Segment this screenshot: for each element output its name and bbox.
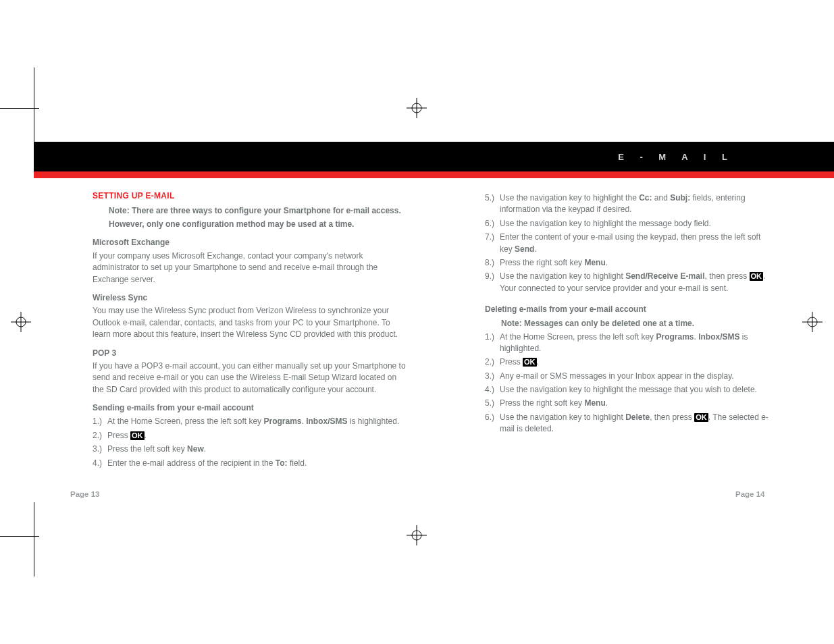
step-number: 5.): [485, 192, 500, 216]
note-text: Note: Messages can only be deleted one a…: [501, 317, 775, 329]
step-text: At the Home Screen, press the left soft …: [500, 331, 775, 355]
register-mark-icon: [407, 98, 427, 118]
register-mark-icon: [802, 312, 823, 332]
step-text: At the Home Screen, press the left soft …: [107, 416, 409, 427]
subheading: Deleting e-mails from your e-mail accoun…: [485, 304, 775, 315]
step-text: Enter the e-mail address of the recipien…: [107, 458, 409, 469]
ok-key-icon: OK: [523, 358, 537, 367]
step-number: 9.): [485, 271, 500, 294]
ok-key-icon: OK: [130, 431, 145, 440]
step-number: 7.): [485, 232, 500, 255]
step-item: 8.) Press the right soft key Menu.: [485, 257, 775, 269]
paragraph: You may use the Wireless Sync product fr…: [93, 305, 409, 340]
paragraph: If you have a POP3 e-mail account, you c…: [93, 360, 409, 396]
step-number: 2.): [485, 356, 500, 368]
step-text: Press OK.: [500, 356, 775, 368]
step-item: 4.) Enter the e-mail address of the reci…: [93, 458, 409, 469]
step-text: Use the navigation key to highlight the …: [500, 384, 775, 396]
step-text: Press the right soft key Menu.: [500, 257, 775, 269]
crop-mark: [34, 502, 34, 576]
subheading: POP 3: [93, 348, 409, 359]
right-column: 5.) Use the navigation key to highlight …: [485, 190, 775, 437]
step-item: 1.) At the Home Screen, press the left s…: [93, 416, 409, 427]
step-item: 2.) Press OK.: [485, 356, 775, 368]
step-number: 2.): [93, 430, 107, 441]
subheading: Microsoft Exchange: [93, 237, 409, 248]
step-item: 1.) At the Home Screen, press the left s…: [485, 331, 775, 355]
page-number-left: Page 13: [70, 490, 99, 498]
step-text: Press the right soft key Menu.: [500, 398, 775, 409]
step-number: 8.): [485, 257, 500, 269]
step-number: 3.): [485, 371, 500, 382]
step-item: 3.) Any e-mail or SMS messages in your I…: [485, 371, 775, 382]
note-text: Note: There are three ways to configure …: [109, 205, 409, 217]
crop-mark: [0, 536, 39, 537]
step-number: 6.): [485, 412, 500, 435]
step-item: 2.) Press OK.: [93, 430, 409, 441]
step-text: Enter the content of your e-mail using t…: [500, 232, 775, 255]
ok-key-icon: OK: [694, 413, 708, 422]
step-number: 4.): [93, 458, 107, 469]
step-item: 4.) Use the navigation key to highlight …: [485, 384, 775, 396]
step-number: 1.): [485, 331, 500, 355]
crop-mark: [34, 68, 34, 142]
step-text: Use the navigation key to highlight the …: [500, 218, 775, 230]
step-item: 7.) Enter the content of your e-mail usi…: [485, 232, 775, 255]
register-mark-icon: [407, 525, 427, 545]
subheading: Sending e-mails from your e-mail account: [93, 402, 409, 414]
step-text: Press OK.: [107, 430, 409, 441]
header-title: E - M A I L: [618, 152, 734, 162]
ok-key-icon: OK: [750, 272, 764, 281]
step-number: 6.): [485, 218, 500, 230]
register-mark-icon: [11, 312, 31, 332]
step-text: Use the navigation key to highlight Send…: [500, 271, 775, 294]
step-item: 9.) Use the navigation key to highlight …: [485, 271, 775, 294]
step-text: Use the navigation key to highlight the …: [500, 192, 775, 216]
step-item: 5.) Use the navigation key to highlight …: [485, 192, 775, 216]
step-item: 5.) Press the right soft key Menu.: [485, 398, 775, 409]
section-title: SETTING UP E-MAIL: [93, 190, 409, 202]
page-number-right: Page 14: [735, 490, 764, 498]
step-item: 3.) Press the left soft key New.: [93, 444, 409, 455]
step-number: 4.): [485, 384, 500, 396]
subheading: Wireless Sync: [93, 292, 409, 304]
crop-mark: [0, 108, 39, 109]
step-text: Use the navigation key to highlight Dele…: [500, 412, 775, 435]
step-number: 5.): [485, 398, 500, 409]
header-accent: [34, 171, 834, 178]
step-item: 6.) Use the navigation key to highlight …: [485, 412, 775, 435]
header-bar: E - M A I L: [34, 142, 834, 171]
step-number: 3.): [93, 444, 107, 455]
step-item: 6.) Use the navigation key to highlight …: [485, 218, 775, 230]
step-number: 1.): [93, 416, 107, 427]
step-text: Any e-mail or SMS messages in your Inbox…: [500, 371, 775, 382]
step-text: Press the left soft key New.: [107, 444, 409, 455]
note-text: However, only one configuration method m…: [109, 218, 409, 230]
paragraph: If your company uses Microsoft Exchange,…: [93, 250, 409, 286]
left-column: SETTING UP E-MAIL Note: There are three …: [93, 190, 409, 471]
